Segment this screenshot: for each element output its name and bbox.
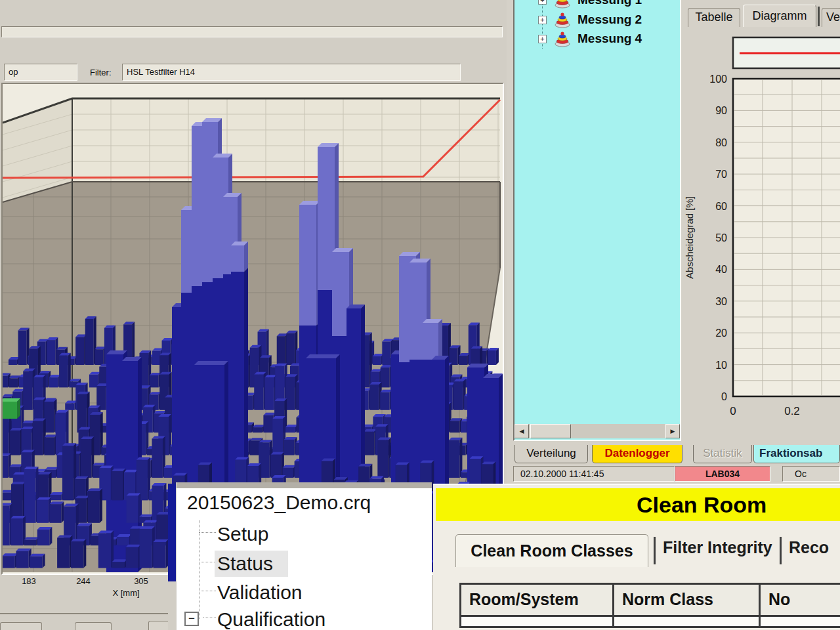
tree-item-messung-1[interactable]: +Messung 1 xyxy=(514,0,680,10)
tab-diagramm[interactable]: Diagramm xyxy=(743,5,816,27)
y-tick-label: 30 xyxy=(715,296,727,307)
tree-item-messung-4[interactable]: +Messung 4 xyxy=(514,30,680,49)
tree-connector xyxy=(199,532,216,533)
status-datetime-text: 02.10.2000 11:41:45 xyxy=(520,469,604,479)
status-datetime: 02.10.2000 11:41:45 xyxy=(513,466,675,482)
measurement-icon xyxy=(554,30,571,47)
table-cell xyxy=(761,617,840,626)
tab-separator xyxy=(780,537,782,564)
x-axis-tick: 183 xyxy=(14,576,43,586)
tab-clean-room-classes[interactable]: Clean Room Classes xyxy=(455,534,648,567)
column-header-room-system: Room/System xyxy=(461,585,614,615)
column-header-norm-class: Norm Class xyxy=(614,585,761,615)
status-device-alarm: LAB034 xyxy=(675,466,770,482)
tab-tabelle[interactable]: Tabelle xyxy=(688,8,740,27)
tree-item-label: Messung 1 xyxy=(578,0,642,7)
y-tick-label: 70 xyxy=(715,169,727,180)
value-field-text: op xyxy=(9,67,18,77)
tree-item-qualification[interactable]: Qualification xyxy=(217,608,326,630)
partial-button[interactable] xyxy=(75,622,112,630)
table-header-row: Room/System Norm Class No xyxy=(461,585,840,615)
status-device-text: LAB034 xyxy=(705,469,740,479)
scroll-right-button[interactable]: ▶ xyxy=(665,424,680,438)
x-tick-label: 0 xyxy=(730,405,736,417)
tab-verteilung[interactable]: Verteilung xyxy=(514,445,588,463)
y-tick-label: 50 xyxy=(715,232,727,243)
diagram-panel: Tabelle Diagramm Ve 01020304050607080901… xyxy=(682,0,840,444)
horizontal-scrollbar[interactable]: ◀ ▶ xyxy=(514,424,680,438)
y-tick-label: 40 xyxy=(715,264,727,275)
filter-field-text: HSL Testfilter H14 xyxy=(127,67,195,77)
tree-connector-line xyxy=(199,520,200,619)
measurement-window: +Messung 1+Messung 2+Messung 4 ◀ ▶ Tabel… xyxy=(507,0,840,484)
x-tick-label: 0.2 xyxy=(784,405,800,417)
toolbar-groove xyxy=(1,26,503,37)
tab-label: Reco xyxy=(789,538,829,556)
title-banner: Clean Room xyxy=(436,488,840,521)
y-tick-label: 0 xyxy=(721,391,727,402)
tab-label: Diagramm xyxy=(752,9,807,22)
tab-label: Tabelle xyxy=(695,10,732,24)
window-edge xyxy=(177,482,432,488)
measurement-list[interactable]: +Messung 1+Messung 2+Messung 4 ◀ ▶ xyxy=(513,0,681,441)
banner-title: Clean Room xyxy=(637,492,766,518)
window-bottom-edge xyxy=(0,613,176,614)
y-axis-title: Abscheidegrad [%] xyxy=(684,196,695,279)
tree-item-status[interactable]: Status xyxy=(217,553,273,575)
column-header-norm-partial: No xyxy=(761,585,840,615)
y-tick-label: 80 xyxy=(715,137,727,148)
tab-label: Filter Integrity xyxy=(663,538,772,556)
desktop: op Filter: HSL Testfilter H14 183 244 30… xyxy=(0,0,840,630)
scrollbar-thumb[interactable] xyxy=(530,424,571,438)
project-tree-window: 20150623_Demo.crq Setup Status Validatio… xyxy=(176,482,432,630)
tab-fraktionsabscheidegrad[interactable]: Fraktionsab xyxy=(753,445,840,463)
y-tick-label: 10 xyxy=(715,360,727,371)
value-field[interactable]: op xyxy=(4,64,77,81)
table-cell xyxy=(614,617,761,626)
status-operator-text: Oc xyxy=(795,469,807,479)
y-tick-label: 100 xyxy=(709,74,727,85)
project-root[interactable]: 20150623_Demo.crq xyxy=(187,492,371,514)
tab-separator xyxy=(654,537,656,564)
filter-label: Filter: xyxy=(90,68,112,77)
tree-item-setup[interactable]: Setup xyxy=(217,523,268,545)
tree-item-label: Messung 4 xyxy=(578,32,642,46)
efficiency-line-chart: 010203040506070809010000.2Abscheidegrad … xyxy=(682,29,840,444)
tab-label: Datenlogger xyxy=(604,447,669,459)
tab-verteilung-partial[interactable]: Ve xyxy=(822,8,840,27)
table-row[interactable] xyxy=(461,615,840,626)
scroll-left-button[interactable]: ◀ xyxy=(514,424,529,438)
tree-item-messung-2[interactable]: +Messung 2 xyxy=(514,10,680,30)
x-axis-tick: 244 xyxy=(69,576,98,586)
expand-icon[interactable]: + xyxy=(538,16,547,24)
tab-datenlogger[interactable]: Datenlogger xyxy=(592,445,682,463)
tab-label: Fraktionsab xyxy=(759,447,822,459)
y-tick-label: 60 xyxy=(715,201,727,212)
expand-icon[interactable]: + xyxy=(538,0,547,5)
background-window-sliver xyxy=(168,484,176,581)
y-tick-label: 90 xyxy=(715,105,727,116)
measurement-icon xyxy=(554,0,571,9)
partial-button[interactable] xyxy=(0,622,42,630)
tab-label: Statistik xyxy=(703,447,742,459)
tree-item-validation[interactable]: Validation xyxy=(217,581,303,604)
x-axis-label: X [mm] xyxy=(105,588,147,598)
tab-filter-integrity[interactable]: Filter Integrity xyxy=(663,538,772,557)
x-axis-tick: 305 xyxy=(127,576,156,586)
table-cell xyxy=(461,617,614,626)
cleanroom-table: Room/System Norm Class No xyxy=(459,583,840,628)
tab-label: Clean Room Classes xyxy=(471,541,633,560)
expand-icon[interactable]: + xyxy=(538,35,547,43)
status-operator: Oc xyxy=(782,466,840,482)
tree-connector xyxy=(203,618,216,618)
tab-statistik[interactable]: Statistik xyxy=(693,445,752,463)
tree-item-label: Messung 2 xyxy=(578,12,642,27)
measurement-icon xyxy=(554,11,571,28)
tab-separator xyxy=(818,7,820,26)
cleanroom-window: Clean Room Clean Room Classes Filter Int… xyxy=(433,484,840,630)
tab-label: Verteilung xyxy=(526,447,576,459)
tab-recovery-partial[interactable]: Reco xyxy=(789,538,829,557)
collapse-icon[interactable]: − xyxy=(184,612,199,626)
tree-connector xyxy=(199,562,216,562)
filter-field[interactable]: HSL Testfilter H14 xyxy=(122,64,461,81)
